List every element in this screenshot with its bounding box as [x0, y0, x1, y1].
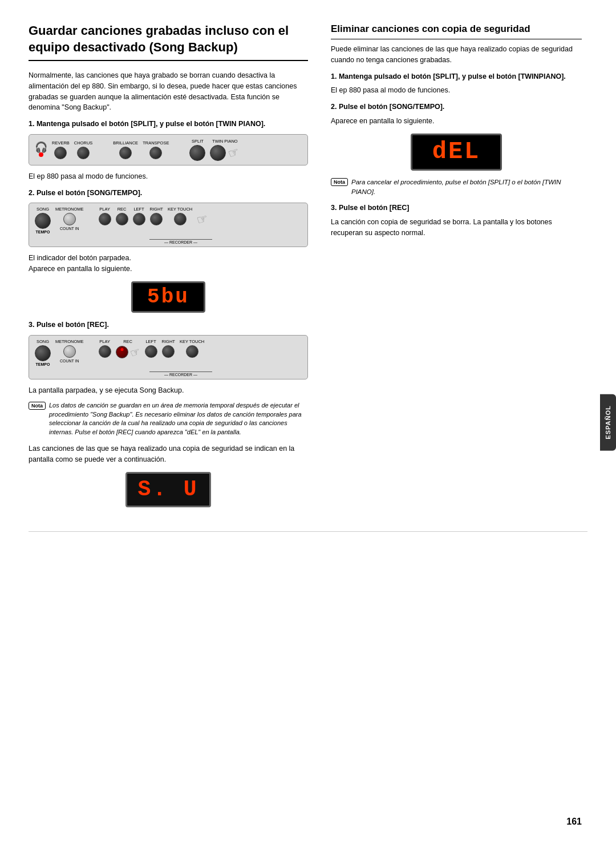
left-column: Guardar canciones grabadas incluso con e… [29, 23, 308, 514]
right-label-p3: RIGHT [162, 339, 175, 344]
finger-icon-1: ☞ [226, 144, 242, 161]
step-2-label: Pulse el botón [SONG/TEMPO]. [37, 189, 142, 197]
play-group-p2: PLAY [99, 207, 111, 225]
keytouch-btn-p3 [186, 345, 198, 358]
step-2-number: 2. [29, 189, 34, 197]
step-1-label: Mantenga pulsado el botón [SPLIT], y pul… [37, 120, 265, 128]
rec-btn-p2[interactable] [116, 213, 128, 225]
panel-row-1: 🎧 REVERB CHORUS [35, 139, 240, 161]
right-step-2-text: Aparece en pantalla lo siguiente. [331, 116, 582, 127]
metronome-group-p3: METRONOME COUNT IN [55, 339, 84, 363]
left-label-p3: LEFT [145, 339, 156, 344]
tempo-text: TEMPO [36, 230, 50, 234]
note-text-right: Para cancelar el procedimiento, pulse el… [351, 177, 582, 197]
metronome-group-p2: METRONOME COUNT IN [55, 207, 84, 231]
play-label-p2: PLAY [99, 207, 110, 212]
step-2-text: 2. Pulse el botón [SONG/TEMPO]. [29, 188, 308, 199]
panel-illustration-2: SONG TEMPO METRONOME COUNT IN [29, 203, 308, 247]
right-step-2-num: 2. [331, 103, 337, 111]
right-column: Eliminar canciones con copia de segurida… [331, 23, 582, 514]
note-box-1: Nota Los datos de canción se guardan en … [29, 401, 308, 437]
transpose-btn-group: TRANSPOSE [143, 140, 169, 159]
step-1-text: 1. Mantenga pulsado el botón [SPLIT], y … [29, 119, 308, 130]
song-label-p3: SONG [37, 339, 49, 344]
left-btn-p3 [145, 345, 157, 358]
step-3-text: 3. Pulse el botón [REC]. [29, 320, 308, 330]
left-label-p2: LEFT [133, 207, 144, 212]
right-intro: Puede eliminar las canciones de las que … [331, 44, 582, 66]
keytouch-group-p3: KEY TOUCH [180, 339, 204, 358]
right-step-3-bold: Pulse el botón [REC] [339, 204, 410, 212]
left-group-p3: LEFT [145, 339, 157, 358]
brilliance-btn-group: BRILLIANCE [113, 140, 138, 159]
play-btn-p3 [99, 345, 111, 358]
step-3-label: Pulse el botón [REC]. [37, 321, 109, 329]
twin-piano-btn-group: TWIN PIANO ☞ [210, 139, 240, 161]
tempo-group: SONG TEMPO [35, 207, 51, 234]
right-btn-p3 [162, 345, 175, 358]
lcd-display-del: dEL [411, 134, 502, 171]
rec-label-p2: REC [117, 207, 127, 212]
chorus-btn-group: CHORUS [74, 140, 93, 159]
transpose-btn [149, 147, 162, 159]
reverb-label: REVERB [52, 140, 70, 146]
right-label-p2: RIGHT [150, 207, 163, 212]
panel-row-2: SONG TEMPO METRONOME COUNT IN [35, 207, 208, 243]
reverb-btn [54, 147, 67, 159]
play-group-p3: PLAY [99, 339, 111, 358]
right-section-title: Eliminar canciones con copia de segurida… [331, 23, 582, 39]
step-2-result1: El indicador del botón parpadea.Aparece … [29, 253, 308, 274]
page-title: Guardar canciones grabadas incluso con e… [29, 23, 308, 61]
transpose-label: TRANSPOSE [143, 140, 169, 146]
step-1: 1. Mantenga pulsado el botón [SPLIT], y … [29, 119, 308, 182]
song-btn-p3 [35, 345, 51, 361]
split-btn[interactable] [189, 145, 205, 161]
step-3-result: La pantalla parpadea, y se ejecuta Song … [29, 385, 308, 396]
right-group-p2: RIGHT [150, 207, 163, 225]
lcd-display-2: S. U [125, 472, 211, 507]
right-step-3-heading: 3. Pulse el botón [REC] [331, 203, 582, 213]
finger-icon-3: ☞ [128, 344, 142, 360]
rec-group-p3: REC ☞ [116, 339, 140, 359]
play-btn-p2[interactable] [99, 213, 111, 225]
right-step-1-heading: 1. Mantenga pulsado el botón [SPLIT], y … [331, 71, 582, 82]
step-3-number: 3. [29, 321, 34, 329]
left-group-p2: LEFT [133, 207, 145, 225]
song-label-p2: SONG [37, 207, 49, 212]
brilliance-label: BRILLIANCE [113, 140, 138, 146]
right-btn-p2 [150, 213, 163, 225]
panel-illustration-1: 🎧 REVERB CHORUS [29, 134, 308, 165]
split-btn-group: SPLIT [189, 139, 205, 161]
step-2: 2. Pulse el botón [SONG/TEMPO]. SONG TEM… [29, 188, 308, 313]
keytouch-btn-p2 [174, 213, 187, 225]
step-1-result: El ep 880 pasa al modo de funciones. [29, 171, 308, 182]
note-text-1: Los datos de canción se guardan en un ár… [49, 401, 308, 437]
headphone-dot [39, 152, 43, 157]
left-btn-p2 [133, 213, 145, 225]
tempo-group-p3: SONG TEMPO [35, 339, 51, 366]
count-in-text-p3: COUNT IN [60, 359, 79, 363]
right-step-1-num: 1. [331, 72, 337, 80]
rec-group-p2: REC [116, 207, 128, 225]
rec-label-p3: REC [123, 339, 132, 344]
right-step-2: 2. Pulse el botón [SONG/TEMPO]. Aparece … [331, 102, 582, 197]
step-3: 3. Pulse el botón [REC]. SONG TEMPO METR… [29, 320, 308, 507]
nota-label-right: Nota [331, 178, 348, 186]
tempo-text-p3: TEMPO [36, 362, 50, 366]
chorus-label: CHORUS [74, 140, 93, 146]
count-in-text-p2: COUNT IN [60, 227, 79, 231]
right-step-1-bold: Mantenga pulsado el botón [SPLIT], y pul… [339, 72, 566, 80]
recorder-label-p2: — RECORDER — [149, 239, 212, 244]
recorder-label-p3: — RECORDER — [149, 371, 212, 377]
headphone-icon: 🎧 [35, 142, 47, 152]
right-step-2-bold: Pulse el botón [SONG/TEMPO]. [339, 103, 444, 111]
nota-label-1: Nota [29, 402, 46, 410]
rec-btn-p3[interactable] [116, 346, 128, 358]
right-step-2-heading: 2. Pulse el botón [SONG/TEMPO]. [331, 102, 582, 112]
twin-piano-btn[interactable] [210, 145, 226, 161]
song-btn-p2[interactable] [35, 213, 51, 229]
right-step-1: 1. Mantenga pulsado el botón [SPLIT], y … [331, 71, 582, 96]
twin-piano-label: TWIN PIANO [212, 139, 238, 144]
language-tab: ESPAÑOL [600, 394, 616, 450]
metronome-btn-p3 [63, 345, 76, 358]
